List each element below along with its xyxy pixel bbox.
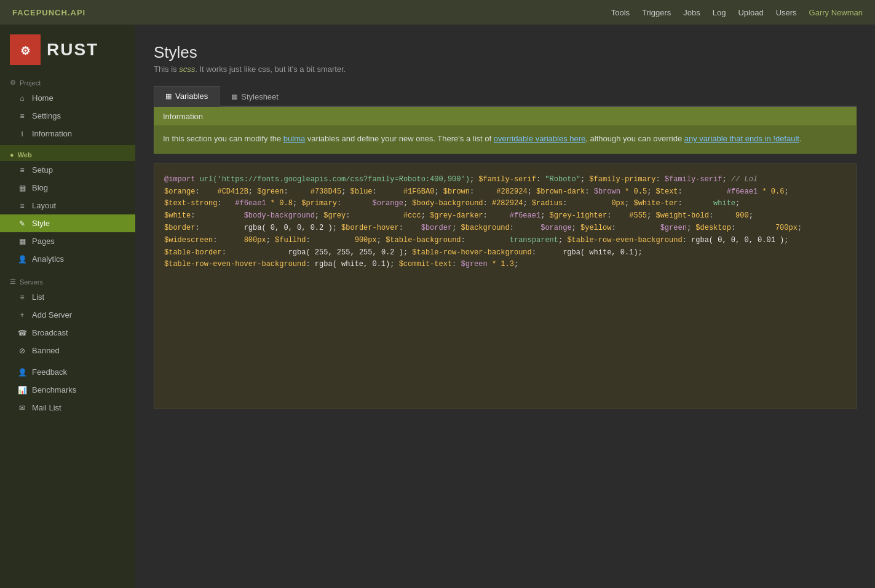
info-box-header: Information xyxy=(154,108,856,125)
sidebar-setup-label: Setup xyxy=(32,165,53,174)
sidebar-style-label: Style xyxy=(32,219,50,228)
sidebar-banned-label: Banned xyxy=(32,346,60,355)
style-icon: ✎ xyxy=(17,219,27,228)
sidebar-item-feedback[interactable]: 👤 Feedback xyxy=(0,363,135,381)
sidebar-item-home[interactable]: ⌂ Home xyxy=(0,89,135,107)
svg-text:⚙: ⚙ xyxy=(20,45,30,57)
stylesheet-tab-icon: ▦ xyxy=(231,93,237,101)
add-icon: + xyxy=(17,311,27,319)
blog-icon: ▦ xyxy=(17,184,27,192)
page-title: Styles xyxy=(154,43,857,62)
sidebar-benchmarks-label: Benchmarks xyxy=(32,385,76,394)
sidebar-item-banned[interactable]: ⊘ Banned xyxy=(0,342,135,359)
servers-icon: ☰ xyxy=(10,278,16,286)
page-subtitle: This is scss. It works just like css, bu… xyxy=(154,65,857,74)
variables-tab-icon: ▦ xyxy=(165,92,172,100)
code-editor[interactable]: @import url('https://fonts.googleapis.co… xyxy=(154,163,857,409)
sidebar-item-mail-list[interactable]: ✉ Mail List xyxy=(0,399,135,417)
sidebar-group-project-label: Project xyxy=(20,79,41,87)
sidebar-add-server-label: Add Server xyxy=(32,310,72,319)
sidebar-item-settings[interactable]: ≡ Settings xyxy=(0,107,135,125)
sidebar-item-style[interactable]: ✎ Style xyxy=(0,214,135,232)
sidebar-blog-label: Blog xyxy=(32,183,48,192)
bulma-link[interactable]: bulma xyxy=(283,134,305,143)
pages-icon: ▦ xyxy=(17,237,27,246)
overridable-vars-link[interactable]: overridable variables here xyxy=(494,134,586,143)
layout: ⚙ RUST ⚙ Project ⌂ Home ≡ Settings i Inf… xyxy=(0,25,875,588)
sidebar-list-label: List xyxy=(32,292,44,302)
sidebar-pages-label: Pages xyxy=(32,237,55,246)
sidebar-feedback-label: Feedback xyxy=(32,367,67,377)
main-content: Styles This is scss. It works just like … xyxy=(135,25,875,588)
sidebar-item-list[interactable]: ≡ List xyxy=(0,288,135,306)
sidebar-item-benchmarks[interactable]: 📊 Benchmarks xyxy=(0,381,135,399)
info-box: Information In this section you can modi… xyxy=(154,107,857,154)
tabs: ▦ Variables ▦ Stylesheet xyxy=(154,86,857,107)
subtitle-suffix: . It works just like css, but it's a bit… xyxy=(195,65,346,74)
sidebar-analytics-label: Analytics xyxy=(32,254,64,264)
rust-logo-icon: ⚙ xyxy=(10,34,41,65)
sidebar-settings-label: Settings xyxy=(32,111,61,120)
feedback-icon: 👤 xyxy=(17,368,27,377)
sidebar-information-label: Information xyxy=(32,129,72,138)
list-icon: ≡ xyxy=(17,293,27,302)
brand-name: FACEPUNCH.API xyxy=(12,8,85,17)
sidebar-item-blog[interactable]: ▦ Blog xyxy=(0,179,135,197)
sidebar-layout-label: Layout xyxy=(32,201,56,210)
top-navigation: FACEPUNCH.API Tools Triggers Jobs Log Up… xyxy=(0,0,875,25)
tab-stylesheet-label: Stylesheet xyxy=(241,92,279,101)
tab-stylesheet[interactable]: ▦ Stylesheet xyxy=(220,86,290,107)
subtitle-prefix: This is xyxy=(154,65,179,74)
sidebar: ⚙ RUST ⚙ Project ⌂ Home ≡ Settings i Inf… xyxy=(0,25,135,588)
web-icon: ● xyxy=(10,151,14,159)
sidebar-logo: ⚙ RUST xyxy=(0,25,135,73)
sidebar-group-servers-label: Servers xyxy=(20,278,43,286)
analytics-icon: 👤 xyxy=(17,255,27,264)
rust-logo-text: RUST xyxy=(47,40,98,60)
banned-icon: ⊘ xyxy=(17,347,27,355)
layout-icon: ≡ xyxy=(17,202,27,210)
sidebar-item-add-server[interactable]: + Add Server xyxy=(0,306,135,324)
benchmarks-icon: 📊 xyxy=(17,386,27,394)
broadcast-icon: ☎ xyxy=(17,329,27,337)
sidebar-group-servers[interactable]: ☰ Servers xyxy=(0,272,135,288)
settings-icon: ≡ xyxy=(17,112,27,120)
sidebar-item-broadcast[interactable]: ☎ Broadcast xyxy=(0,324,135,342)
nav-upload[interactable]: Upload xyxy=(738,8,763,17)
sidebar-group-web-label: Web xyxy=(18,151,32,159)
nav-users[interactable]: Users xyxy=(776,8,797,17)
sidebar-item-layout[interactable]: ≡ Layout xyxy=(0,197,135,214)
nav-tools[interactable]: Tools xyxy=(611,8,630,17)
sidebar-group-web[interactable]: ● Web xyxy=(0,145,135,161)
default-vars-link[interactable]: any variable that ends in !default xyxy=(684,134,799,143)
sidebar-broadcast-label: Broadcast xyxy=(32,328,68,337)
nav-user[interactable]: Garry Newman xyxy=(809,8,863,17)
tab-variables[interactable]: ▦ Variables xyxy=(154,86,220,107)
tab-variables-label: Variables xyxy=(175,92,208,101)
nav-log[interactable]: Log xyxy=(713,8,726,17)
setup-icon: ≡ xyxy=(17,166,27,174)
sidebar-group-project[interactable]: ⚙ Project xyxy=(0,73,135,89)
nav-links: Tools Triggers Jobs Log Upload Users Gar… xyxy=(611,8,863,17)
sidebar-item-information[interactable]: i Information xyxy=(0,125,135,143)
gear-icon: ⚙ xyxy=(10,79,16,87)
nav-jobs[interactable]: Jobs xyxy=(683,8,700,17)
home-icon: ⌂ xyxy=(17,94,27,103)
sidebar-item-analytics[interactable]: 👤 Analytics xyxy=(0,250,135,268)
sidebar-item-pages[interactable]: ▦ Pages xyxy=(0,232,135,250)
info-icon: i xyxy=(17,130,27,138)
mail-icon: ✉ xyxy=(17,404,27,412)
nav-triggers[interactable]: Triggers xyxy=(642,8,671,17)
subtitle-highlight: scss xyxy=(179,65,195,74)
sidebar-item-setup[interactable]: ≡ Setup xyxy=(0,161,135,179)
sidebar-mail-list-label: Mail List xyxy=(32,403,61,412)
info-box-body: In this section you can modify the bulma… xyxy=(154,125,856,153)
sidebar-home-label: Home xyxy=(32,93,53,103)
